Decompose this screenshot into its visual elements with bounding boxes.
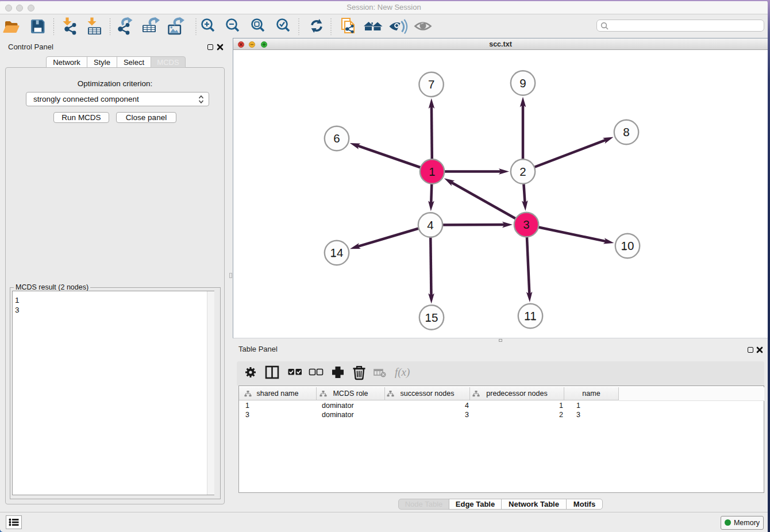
svg-text:14: 14	[330, 246, 344, 259]
svg-text:1: 1	[429, 165, 435, 178]
svg-text:9: 9	[519, 76, 526, 90]
svg-text:8: 8	[623, 125, 629, 138]
svg-text:f(x): f(x)	[395, 366, 410, 379]
svg-text:7: 7	[428, 78, 434, 91]
svg-text:3: 3	[523, 218, 529, 231]
svg-text:11: 11	[524, 309, 536, 322]
svg-text:6: 6	[333, 132, 340, 145]
svg-text:2: 2	[519, 165, 526, 178]
svg-text:10: 10	[621, 239, 634, 252]
svg-text:15: 15	[425, 311, 438, 324]
svg-text:4: 4	[427, 218, 433, 232]
